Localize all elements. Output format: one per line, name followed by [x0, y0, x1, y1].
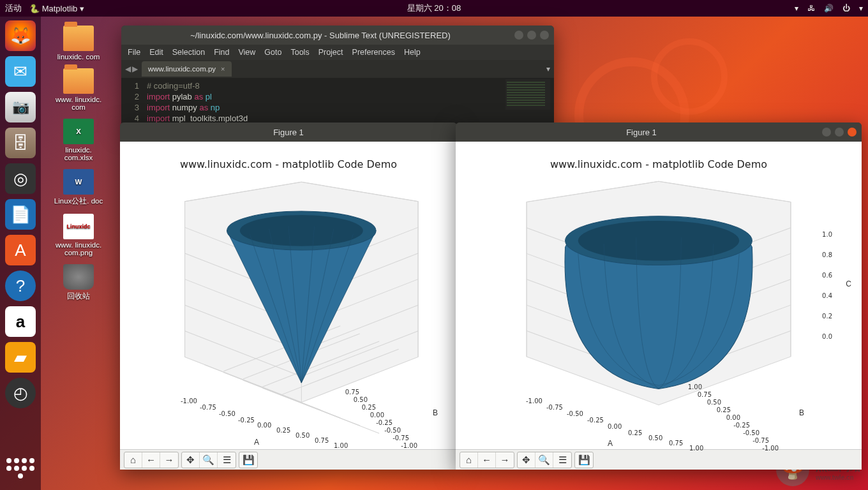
menu-selection[interactable]: Selection: [172, 48, 205, 57]
axis-a-label: A: [254, 438, 259, 447]
launcher-rhythmbox[interactable]: ◎: [5, 163, 36, 194]
figure1-canvas[interactable]: www.linuxidc.com - matplotlib Code Demo: [120, 142, 457, 449]
maximize-button[interactable]: [835, 128, 844, 137]
arrow-down-icon[interactable]: ▾: [795, 4, 798, 13]
configure-icon[interactable]: ☰: [218, 452, 236, 468]
menu-file[interactable]: File: [128, 48, 140, 57]
minimize-button[interactable]: [514, 31, 523, 40]
tab-bar: ◀▶ www.linuxidc.com.py × ▾: [121, 60, 554, 78]
mpl-toolbar: ⌂←→ ✥🔍☰ 💾: [120, 449, 457, 470]
figure2-canvas[interactable]: www.linuxidc.com - matplotlib Code Demo: [456, 142, 862, 449]
axis-a-label: A: [608, 439, 613, 448]
figure1-titlebar[interactable]: Figure 1: [120, 122, 457, 142]
tab-file[interactable]: www.linuxidc.com.py ×: [142, 61, 232, 77]
launcher-writer[interactable]: 📄: [5, 199, 36, 230]
minimize-button[interactable]: [822, 128, 831, 137]
save-icon[interactable]: 💾: [575, 452, 593, 468]
menu-goto[interactable]: Goto: [264, 48, 281, 57]
launcher-thunderbird[interactable]: ✉: [5, 56, 36, 87]
desktop-icons: linuxidc. com www. linuxidc. com Xlinuxi…: [51, 26, 106, 301]
sublime-title: ~/linuxidc.com/www.linuxidc.com.py - Sub…: [126, 31, 514, 40]
close-button[interactable]: [540, 31, 549, 40]
launcher-help[interactable]: ?: [5, 271, 36, 301]
clock[interactable]: 星期六 20：08: [407, 3, 461, 14]
back-icon[interactable]: ←: [142, 452, 160, 468]
top-panel: 活动 🐍 Matplotlib ▾ 星期六 20：08 ▾ 🖧 🔊 ⏻ ▾: [0, 0, 868, 17]
tab-overflow-icon[interactable]: ▾: [546, 64, 550, 73]
zoom-icon[interactable]: 🔍: [535, 452, 553, 468]
launcher-cheese[interactable]: 📷: [5, 92, 36, 122]
home-icon[interactable]: ⌂: [460, 452, 478, 468]
app-menu[interactable]: 🐍 Matplotlib ▾: [29, 4, 84, 13]
launcher-firefox[interactable]: 🦊: [5, 20, 36, 51]
maximize-button[interactable]: [527, 31, 536, 40]
zoom-icon[interactable]: 🔍: [200, 452, 218, 468]
launcher-settings[interactable]: ◴: [5, 378, 36, 408]
menu-edit[interactable]: Edit: [149, 48, 163, 57]
tab-next-icon[interactable]: ▶: [132, 64, 138, 73]
sublime-titlebar[interactable]: ~/linuxidc.com/www.linuxidc.com.py - Sub…: [121, 26, 554, 45]
tab-label: www.linuxidc.com.py: [148, 65, 216, 73]
desktop-doc[interactable]: WLinux公社. doc: [51, 169, 106, 206]
axis-b-label: B: [799, 408, 804, 417]
gutter: 1234: [121, 80, 144, 124]
svg-point-26: [240, 215, 363, 246]
launcher-files[interactable]: 🗄: [5, 128, 36, 158]
sublime-menu: File Edit Selection Find View Goto Tools…: [121, 45, 554, 60]
pan-icon[interactable]: ✥: [182, 452, 200, 468]
home-icon[interactable]: ⌂: [124, 452, 142, 468]
tab-close-icon[interactable]: ×: [221, 65, 225, 73]
plot-3d-cone: [120, 142, 457, 449]
launcher-software[interactable]: A: [5, 235, 36, 265]
figure2-titlebar[interactable]: Figure 1: [456, 122, 862, 142]
svg-point-49: [578, 221, 739, 261]
axis-b-label: B: [433, 408, 438, 417]
code: # coding=utf-8 import pylab as pl import…: [147, 80, 554, 124]
forward-icon[interactable]: →: [496, 452, 514, 468]
launcher-show-apps[interactable]: [5, 453, 36, 484]
configure-icon[interactable]: ☰: [553, 452, 571, 468]
launcher-sublime[interactable]: ▰: [5, 342, 36, 373]
figure-window-2: Figure 1 www.linuxidc.com - matplotlib C…: [456, 122, 862, 470]
pan-icon[interactable]: ✥: [518, 452, 535, 468]
menu-find[interactable]: Find: [214, 48, 229, 57]
desktop-folder[interactable]: www. linuxidc. com: [51, 68, 106, 111]
tab-prev-icon[interactable]: ◀: [125, 64, 131, 73]
minimap[interactable]: [505, 79, 550, 110]
power-icon[interactable]: ⏻: [842, 4, 850, 13]
menu-preferences[interactable]: Preferences: [352, 48, 395, 57]
forward-icon[interactable]: →: [160, 452, 178, 468]
save-icon[interactable]: 💾: [239, 452, 257, 468]
editor-area[interactable]: 1234 # coding=utf-8 import pylab as pl i…: [121, 78, 554, 125]
sublime-window: ~/linuxidc.com/www.linuxidc.com.py - Sub…: [121, 26, 554, 128]
launcher-amazon[interactable]: a: [5, 306, 36, 337]
network-icon[interactable]: 🖧: [807, 4, 815, 13]
axis-c-label: C: [846, 279, 851, 288]
menu-tools[interactable]: Tools: [290, 48, 309, 57]
menu-help[interactable]: Help: [404, 48, 421, 57]
volume-icon[interactable]: 🔊: [824, 4, 834, 13]
desktop-xlsx[interactable]: Xlinuxidc. com.xlsx: [51, 119, 106, 161]
desktop-folder[interactable]: linuxidc. com: [51, 26, 106, 61]
desktop-trash[interactable]: 回收站: [51, 264, 106, 301]
plot-3d-bowl: [456, 142, 862, 449]
activities-button[interactable]: 活动: [5, 3, 22, 14]
mpl-toolbar: ⌂←→ ✥🔍☰ 💾: [456, 449, 862, 470]
figure1-title: Figure 1: [125, 128, 452, 137]
desktop-png[interactable]: Linuxidcwww. linuxidc. com.png: [51, 214, 106, 256]
back-icon[interactable]: ←: [478, 452, 496, 468]
figure2-title: Figure 1: [461, 128, 822, 137]
chevron-down-icon[interactable]: ▾: [859, 4, 863, 13]
menu-project[interactable]: Project: [318, 48, 343, 57]
menu-view[interactable]: View: [238, 48, 255, 57]
close-button[interactable]: [848, 128, 857, 137]
launcher-dock: 🦊 ✉ 📷 🗄 ◎ 📄 A ? a ▰ ◴: [0, 17, 41, 490]
figure-window-1: Figure 1 www.linuxidc.com - matplotlib C…: [120, 122, 457, 470]
